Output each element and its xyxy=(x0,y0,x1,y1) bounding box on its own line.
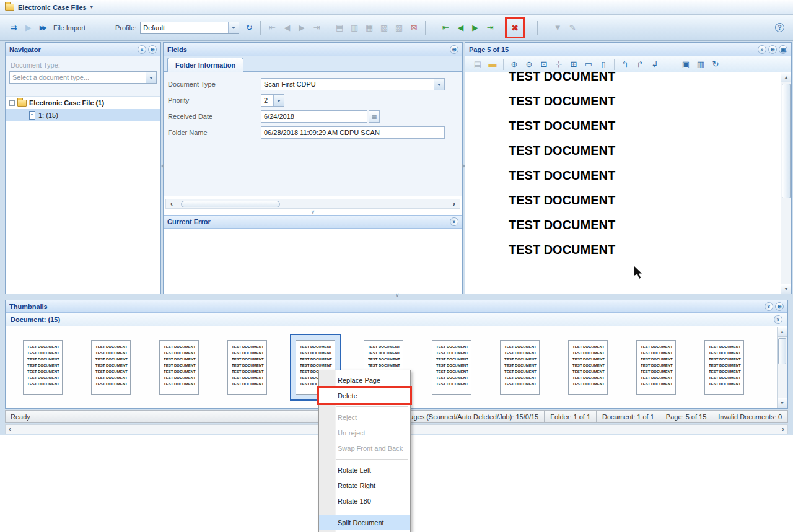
thumbnails-vertical-scrollbar[interactable]: ▲ ▼ xyxy=(777,327,787,408)
insert-page-icon[interactable]: ▥ xyxy=(693,57,708,72)
collapse-section-icon[interactable]: » xyxy=(774,315,782,324)
menu-item-delete[interactable]: Delete xyxy=(319,388,410,403)
tree-collapse-icon[interactable] xyxy=(9,100,15,106)
thumbnail-8[interactable]: TEST DOCUMENT TEST DOCUMENT TEST DOCUMEN… xyxy=(496,335,544,399)
page-viewer-header: Page 5 of 15 »⊛▣ xyxy=(465,43,791,56)
scrollbar-thumb[interactable] xyxy=(181,201,280,207)
menu-item-replace-page[interactable]: Replace Page xyxy=(319,372,410,388)
fit-page-icon[interactable]: ▯ xyxy=(596,57,611,72)
app-title[interactable]: Electronic Case Files xyxy=(18,4,87,11)
page-vertical-scrollbar[interactable]: ▲ ▼ xyxy=(781,72,791,294)
fields-horizontal-scrollbar[interactable]: ‹ › xyxy=(165,199,460,209)
help-icon[interactable]: ? xyxy=(775,23,784,32)
tree-root-electronic-case-file[interactable]: Electronic Case File (1) xyxy=(6,97,160,109)
rotate-left-icon[interactable]: ↰ xyxy=(618,57,633,72)
scroll-down-icon[interactable]: ▼ xyxy=(781,284,791,294)
settings-icon[interactable]: ⊛ xyxy=(768,45,777,54)
date-picker-icon[interactable]: ▦ xyxy=(369,110,380,123)
menu-item-rotate-right[interactable]: Rotate Right xyxy=(319,477,410,493)
scroll-down-icon[interactable]: ▼ xyxy=(778,398,787,408)
scroll-right-icon[interactable]: › xyxy=(782,425,784,433)
splitter-collapse-down-icon[interactable]: ∨ xyxy=(311,209,315,214)
zoom-in-icon[interactable]: ⊕ xyxy=(507,57,522,72)
rescan-page-icon[interactable]: ↻ xyxy=(708,57,723,72)
dropdown-arrow-icon[interactable] xyxy=(146,72,156,83)
menu-item-split-document[interactable]: Split Document xyxy=(319,515,410,530)
profile-select[interactable]: Default xyxy=(140,22,239,34)
manage-profiles-icon[interactable]: ↻ xyxy=(242,20,256,35)
dropdown-arrow-icon[interactable] xyxy=(434,79,444,90)
zoom-out-icon[interactable]: ⊖ xyxy=(522,57,537,72)
splitter-collapse-left-icon[interactable] xyxy=(159,164,164,168)
settings-icon[interactable]: ⊛ xyxy=(775,302,784,311)
pan-icon[interactable]: ⊹ xyxy=(551,57,566,72)
document-viewer[interactable]: TEST DOCUMENTTEST DOCUMENTTEST DOCUMENTT… xyxy=(465,72,781,294)
next-document-icon[interactable]: ▶ xyxy=(468,20,483,35)
collapse-panel-icon[interactable]: « xyxy=(138,45,146,54)
sticky-note-icon[interactable]: ▬ xyxy=(485,57,500,72)
first-document-icon[interactable]: ⇤ xyxy=(438,20,453,35)
fit-width-icon[interactable]: ▭ xyxy=(581,57,596,72)
thumbnail-2[interactable]: TEST DOCUMENT TEST DOCUMENT TEST DOCUMEN… xyxy=(87,335,135,399)
settings-icon[interactable]: ⊛ xyxy=(450,45,458,54)
folder-icon xyxy=(5,4,14,11)
splitter-collapse-bottom-icon[interactable]: ∨ xyxy=(395,292,400,297)
import-icon[interactable]: ⇉ xyxy=(6,20,21,35)
last-document-icon[interactable]: ⇥ xyxy=(483,20,497,35)
copy-page-icon[interactable]: ▣ xyxy=(678,57,693,72)
zoom-region-icon[interactable]: ⊡ xyxy=(537,57,551,72)
scrollbar-thumb[interactable] xyxy=(782,84,791,198)
expand-panel-icon[interactable]: » xyxy=(758,45,766,54)
dropdown-arrow-icon[interactable] xyxy=(228,22,239,33)
menu-item-rotate-180[interactable]: Rotate 180 xyxy=(319,493,410,508)
restore-panel-icon[interactable]: ▣ xyxy=(779,45,787,54)
fit-window-icon[interactable]: ⊞ xyxy=(566,57,581,72)
thumbnail-10[interactable]: TEST DOCUMENT TEST DOCUMENT TEST DOCUMEN… xyxy=(632,335,680,399)
document-type-field-select[interactable]: Scan First CDPU xyxy=(261,78,445,90)
status-page: Page: 5 of 15 xyxy=(660,411,712,422)
menu-item-label: Reject xyxy=(338,414,357,421)
collapse-panel-icon[interactable]: » xyxy=(765,302,773,311)
fields-tab-strip: Folder Information xyxy=(164,56,462,72)
scroll-right-icon[interactable]: › xyxy=(450,200,458,207)
start-icon[interactable]: ▶ xyxy=(21,20,36,35)
title-caret-icon[interactable]: ▾ xyxy=(90,4,93,10)
tree-item-document-1[interactable]: 1: (15) xyxy=(6,109,160,121)
scroll-up-icon[interactable]: ▲ xyxy=(778,327,787,337)
menu-item-rotate-left[interactable]: Rotate Left xyxy=(319,462,410,477)
previous-document-icon[interactable]: ◀ xyxy=(453,20,468,35)
scroll-left-icon[interactable]: ‹ xyxy=(167,200,176,207)
document-icon xyxy=(29,111,35,120)
navigator-panel: Navigator «⊛ Document Type: Select a doc… xyxy=(5,42,161,294)
received-date-field[interactable]: 6/24/2018 xyxy=(261,110,367,123)
splitter-collapse-right-icon[interactable] xyxy=(462,164,468,168)
thumbnail-1[interactable]: TEST DOCUMENT TEST DOCUMENT TEST DOCUMEN… xyxy=(19,335,67,399)
priority-field-select[interactable]: 2 xyxy=(261,94,284,107)
rotate-right-icon[interactable]: ↱ xyxy=(633,57,647,72)
menu-item-label: Rotate 180 xyxy=(338,497,371,505)
scrollbar-thumb[interactable] xyxy=(778,338,786,364)
folder-name-field[interactable]: 06/28/2018 11:09:29 AM CDPU SCAN xyxy=(261,126,445,139)
thumbnail-11[interactable]: TEST DOCUMENT TEST DOCUMENT TEST DOCUMEN… xyxy=(700,335,748,399)
thumbnail-7[interactable]: TEST DOCUMENT TEST DOCUMENT TEST DOCUMEN… xyxy=(427,335,476,399)
collapse-section-icon[interactable]: » xyxy=(450,217,458,226)
batch-icon-group: ⇤◀▶⇥ xyxy=(265,20,324,35)
settings-icon[interactable]: ⊛ xyxy=(148,45,157,54)
scroll-left-icon[interactable]: ‹ xyxy=(9,425,11,433)
scroll-up-icon[interactable]: ▲ xyxy=(781,72,791,82)
dropdown-arrow-icon[interactable] xyxy=(273,95,284,106)
fast-forward-icon[interactable]: ▶▶ xyxy=(36,20,51,35)
rotate-180-icon[interactable]: ↲ xyxy=(647,57,662,72)
menu-item-swap-front-and-back: Swap Front and Back xyxy=(319,440,410,456)
annotate-icon: ✎ xyxy=(565,20,580,35)
tab-folder-information[interactable]: Folder Information xyxy=(167,58,243,72)
thumbnail-3[interactable]: TEST DOCUMENT TEST DOCUMENT TEST DOCUMEN… xyxy=(155,335,203,399)
delete-folder-icon: ⊠ xyxy=(406,20,421,35)
toolbar-separator xyxy=(503,59,504,70)
thumbnail-4[interactable]: TEST DOCUMENT TEST DOCUMENT TEST DOCUMEN… xyxy=(223,335,271,399)
document-type-select[interactable]: Select a document type... xyxy=(9,71,157,84)
thumbnail-9[interactable]: TEST DOCUMENT TEST DOCUMENT TEST DOCUMEN… xyxy=(564,335,612,399)
fields-header-icons: ⊛ xyxy=(448,45,458,54)
menu-item-label: Replace Page xyxy=(338,377,380,384)
delete-page-icon[interactable]: ✖ xyxy=(507,20,522,35)
